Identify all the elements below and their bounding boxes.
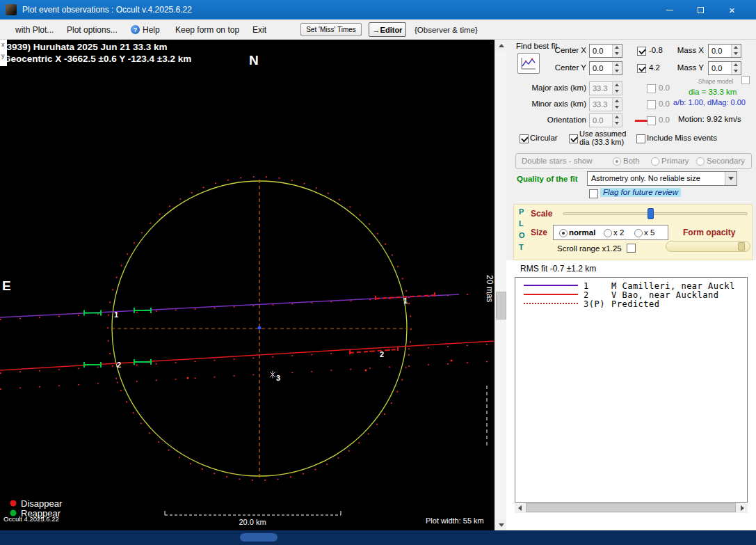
size-x5-radio[interactable] (634, 229, 643, 237)
editor-button[interactable]: →Editor (369, 22, 406, 37)
size-label: Size (531, 228, 547, 237)
orientation-offset-label: 0.0 (659, 116, 670, 125)
miss2-number: 2 (380, 350, 384, 358)
station-number: 1 (584, 281, 589, 291)
maximize-button[interactable] (685, 0, 716, 19)
minor-axis-checkbox[interactable] (647, 100, 656, 109)
center-y-checkbox[interactable] (637, 64, 646, 73)
fit-panel: Find best fit Center X 0.0 -0.8 Mass X 0… (506, 40, 756, 530)
menu-help[interactable]: Help (143, 25, 160, 35)
spin-down-button[interactable] (613, 68, 622, 74)
minimize-button[interactable] (654, 0, 685, 19)
mass-y-spinner[interactable]: 0.0 (708, 61, 741, 75)
menu-with-plot[interactable]: with Plot... (15, 25, 54, 35)
spin-down-button[interactable] (732, 51, 741, 57)
close-icon: × (729, 5, 735, 15)
minor-axis-spinner[interactable]: 33.3 (589, 97, 622, 111)
list-horizontal-scrollbar[interactable] (515, 503, 748, 513)
use-assumed-checkbox[interactable] (569, 134, 578, 143)
station-listbox[interactable]: 1 M Camilleri, near Auckl 2 V Bao, near … (515, 277, 748, 503)
flag-review-checkbox[interactable] (589, 189, 598, 198)
scale-slider-thumb[interactable] (648, 208, 654, 219)
station-number: 3(P) (584, 299, 605, 309)
km-scale-label: 20.0 km (239, 518, 266, 526)
title-bar[interactable]: Plot event observations : Occult v.4.202… (0, 0, 756, 19)
center-x-spinner[interactable]: 0.0 (589, 44, 622, 58)
find-best-fit-button[interactable] (517, 53, 540, 74)
double-stars-primary-radio[interactable] (651, 157, 659, 166)
shape-model-checkbox[interactable] (741, 76, 750, 84)
plot-vertical-scrollbar[interactable] (494, 40, 506, 530)
scale-slider-track[interactable] (563, 212, 748, 215)
spin-down-button[interactable] (613, 51, 622, 57)
plot-letter-l: L (519, 219, 524, 228)
menu-plot-options[interactable]: Plot options... (67, 25, 118, 35)
menu-exit[interactable]: Exit (252, 25, 266, 35)
spin-up-button[interactable] (613, 98, 622, 104)
help-icon: ? (131, 25, 140, 34)
size-option-box: normal x 2 x 5 (553, 225, 668, 240)
size-x5-label: x 5 (644, 228, 654, 237)
size-x2-radio[interactable] (604, 229, 612, 237)
spin-up-button[interactable] (732, 45, 741, 51)
double-stars-both-radio[interactable] (613, 157, 621, 166)
scroll-left-button[interactable] (515, 503, 525, 513)
spin-up-button[interactable] (613, 82, 622, 88)
menu-keep-on-top[interactable]: Keep form on top (175, 25, 239, 35)
orientation-spinner[interactable]: 0.0 (589, 113, 622, 127)
vertical-scrollbar-thumb[interactable] (496, 292, 506, 319)
form-opacity-thumb[interactable] (738, 242, 745, 251)
circular-checkbox[interactable] (520, 134, 529, 143)
size-normal-radio[interactable] (559, 229, 568, 237)
station-name: M Camilleri, near Auckl (611, 281, 735, 291)
set-miss-times-button[interactable]: Set 'Miss' Times (300, 23, 362, 36)
spin-up-button[interactable] (613, 62, 622, 68)
center-dot (258, 326, 262, 330)
spin-up-button[interactable] (613, 114, 622, 120)
spin-down-button[interactable] (732, 68, 741, 74)
station-name: V Bao, near Auckland (611, 290, 719, 300)
circular-label: Circular (530, 134, 558, 143)
major-axis-checkbox[interactable] (647, 84, 656, 93)
plot-horizontal-scrollbar-thumb[interactable] (240, 533, 278, 542)
spin-down-button[interactable] (613, 104, 622, 111)
major-axis-spinner[interactable]: 33.3 (589, 81, 622, 95)
plot-letter-p: P (519, 207, 524, 216)
spin-down-button[interactable] (613, 88, 622, 95)
form-opacity-label: Form opacity (683, 228, 735, 237)
background-window-fragment: x y (0, 40, 7, 66)
mass-x-spinner[interactable]: 0.0 (708, 44, 741, 58)
mas-scale-label: 20 mas (485, 275, 494, 302)
station-row[interactable]: 3(P) Predicted (515, 299, 747, 308)
scroll-range-label: Scroll range x1.25 (557, 244, 622, 253)
orientation-checkbox[interactable] (647, 116, 656, 125)
combo-dropdown-button[interactable] (725, 172, 737, 185)
size-normal-label: normal (569, 228, 595, 237)
plot-version-label: Occult 4.2025.6.22 (3, 515, 59, 523)
center-y-spinner[interactable]: 0.0 (589, 61, 622, 75)
double-stars-secondary-radio[interactable] (696, 157, 705, 166)
spin-up-button[interactable] (613, 45, 622, 51)
station-number: 2 (584, 290, 589, 300)
center-x-label: Center X (545, 46, 586, 55)
scroll-up-button[interactable] (495, 40, 507, 51)
center-x-checkbox[interactable] (637, 47, 646, 56)
spin-down-button[interactable] (613, 120, 622, 127)
chord2-color-swatch (524, 294, 578, 295)
scale-slider[interactable] (563, 208, 748, 219)
plot-area[interactable]: 1 2 1 2 3 (3939) Huruhata 2025 Jun 21 33… (0, 40, 494, 530)
scroll-right-button[interactable] (737, 503, 748, 513)
scroll-range-checkbox[interactable] (627, 244, 636, 253)
form-opacity-slider[interactable] (666, 241, 750, 252)
include-miss-checkbox[interactable] (636, 134, 645, 143)
horizontal-scrollbar-thumb[interactable] (526, 503, 736, 512)
spin-up-button[interactable] (732, 62, 741, 68)
close-button[interactable]: × (716, 0, 748, 19)
app-icon (6, 4, 17, 15)
chord1-color-swatch (524, 285, 578, 286)
station-row[interactable]: 2 V Bao, near Auckland (515, 290, 747, 299)
station-row[interactable]: 1 M Camilleri, near Auckl (515, 281, 747, 290)
quality-combo[interactable]: Astrometry only. No reliable size (587, 171, 737, 186)
scroll-down-button[interactable] (495, 519, 507, 530)
quality-label: Quality of the fit (517, 175, 578, 184)
